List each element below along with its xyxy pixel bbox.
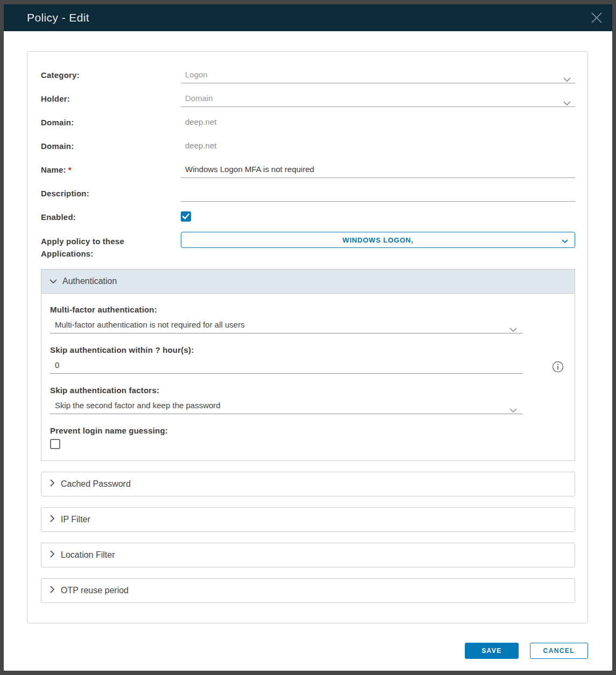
name-input[interactable]: Windows Logon MFA is not required: [181, 162, 575, 178]
mfa-group: Multi-factor authentication: Multi-facto…: [50, 305, 566, 333]
section-otp-reuse-period[interactable]: OTP reuse period: [41, 578, 575, 603]
skip-factors-select[interactable]: Skip the second factor and keep the pass…: [50, 398, 522, 414]
chevron-right-icon: [50, 515, 55, 524]
description-label: Description:: [41, 183, 181, 198]
section-title: Cached Password: [61, 479, 131, 489]
dialog-body: Category: Logon Holder:: [4, 31, 612, 671]
chevron-right-icon: [50, 586, 55, 595]
chevron-right-icon: [50, 550, 55, 560]
domain-row: Domain: deep.net: [41, 136, 575, 159]
chevron-right-icon: [50, 479, 55, 489]
apply-policy-row: Apply policy to these Applications: WIND…: [41, 230, 575, 260]
skip-factors-label: Skip authentication factors:: [50, 386, 566, 395]
holder-value: Domain: [185, 94, 213, 103]
section-cached-password[interactable]: Cached Password: [41, 472, 575, 496]
category-label: Category:: [41, 65, 181, 80]
dialog-header: Policy - Edit: [4, 4, 612, 31]
chevron-down-icon: [563, 72, 571, 87]
mfa-select[interactable]: Multi-factor authentication is not requi…: [50, 317, 522, 333]
section-authentication[interactable]: Authentication: [41, 269, 575, 294]
enabled-row: Enabled:: [41, 207, 575, 230]
chevron-down-icon: [509, 403, 517, 418]
applications-multiselect[interactable]: WINDOWS LOGON,: [181, 232, 575, 248]
holder-row: Holder: Domain: [41, 88, 575, 112]
skip-hours-input[interactable]: 0: [50, 358, 522, 374]
applications-value: WINDOWS LOGON,: [343, 236, 414, 244]
section-ip-filter[interactable]: IP Filter: [41, 507, 575, 532]
section-location-filter[interactable]: Location Filter: [41, 543, 575, 567]
section-title: Location Filter: [61, 550, 115, 560]
dialog-title: Policy - Edit: [27, 11, 89, 24]
description-row: Description:: [41, 183, 575, 207]
mfa-value: Multi-factor authentication is not requi…: [55, 320, 245, 329]
chevron-down-icon: [509, 322, 517, 337]
name-row: Name:* Windows Logon MFA is not required: [41, 159, 575, 183]
mfa-label: Multi-factor authentication:: [50, 305, 566, 314]
chevron-down-icon: [563, 96, 571, 111]
domain-value: deep.net: [181, 115, 575, 130]
section-title: Authentication: [62, 276, 117, 286]
name-label: Name:*: [41, 159, 181, 174]
close-icon[interactable]: [590, 11, 603, 24]
save-button[interactable]: SAVE: [465, 643, 518, 659]
authentication-panel: Multi-factor authentication: Multi-facto…: [41, 294, 575, 461]
skip-hours-group: Skip authentication within ? hour(s): 0: [50, 345, 566, 374]
check-icon: [182, 214, 189, 219]
section-title: OTP reuse period: [61, 586, 129, 595]
chevron-down-icon: [49, 276, 57, 286]
chevron-down-icon: [562, 237, 568, 245]
skip-hours-label: Skip authentication within ? hour(s):: [50, 345, 566, 354]
category-select[interactable]: Logon: [181, 67, 575, 83]
policy-form-card: Category: Logon Holder:: [27, 51, 588, 623]
policy-edit-dialog: Policy - Edit Category: Logon: [4, 4, 612, 671]
cancel-button[interactable]: CANCEL: [530, 643, 588, 659]
prevent-guessing-checkbox[interactable]: [50, 439, 60, 449]
domain-label: Domain:: [41, 136, 181, 151]
enabled-label: Enabled:: [41, 207, 181, 222]
skip-factors-group: Skip authentication factors: Skip the se…: [50, 386, 566, 414]
category-row: Category: Logon: [41, 65, 575, 88]
domain-label: Domain:: [41, 112, 181, 127]
skip-factors-value: Skip the second factor and keep the pass…: [55, 401, 221, 410]
required-asterisk: *: [68, 165, 72, 174]
info-icon[interactable]: [552, 361, 564, 373]
holder-select[interactable]: Domain: [181, 91, 575, 107]
holder-label: Holder:: [41, 88, 181, 103]
domain-row: Domain: deep.net: [41, 112, 575, 136]
enabled-checkbox[interactable]: [181, 211, 191, 222]
dialog-footer: SAVE CANCEL: [27, 643, 588, 659]
description-input[interactable]: [181, 186, 575, 202]
prevent-guessing-label: Prevent login name guessing:: [50, 426, 566, 435]
category-value: Logon: [185, 70, 208, 79]
apply-policy-label: Apply policy to these Applications:: [41, 230, 181, 260]
domain-value: deep.net: [181, 138, 575, 153]
dim-backdrop: Policy - Edit Category: Logon: [0, 0, 616, 675]
prevent-guessing-group: Prevent login name guessing:: [50, 426, 566, 449]
section-title: IP Filter: [61, 515, 90, 524]
